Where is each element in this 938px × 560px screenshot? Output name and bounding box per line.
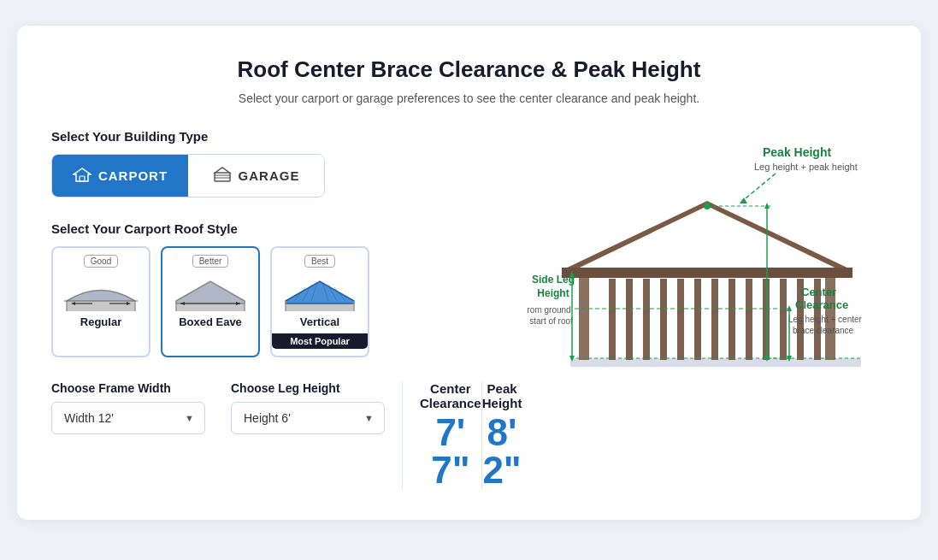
svg-text:Leg height + center: Leg height + center — [788, 315, 863, 324]
svg-text:brace clearance: brace clearance — [793, 326, 854, 335]
center-clearance-box: Center Clearance 7' 7" — [420, 381, 481, 489]
roof-style-label: Select Your Carport Roof Style — [51, 221, 502, 236]
svg-rect-42 — [780, 279, 787, 360]
leg-height-wrapper: Height 6' Height 7' Height 8' Height 9' … — [231, 402, 385, 434]
svg-marker-20 — [286, 281, 354, 304]
svg-rect-37 — [694, 279, 701, 360]
boxed-eave-roof-img — [172, 271, 249, 315]
boxed-eave-badge: Better — [192, 255, 229, 268]
carport-label: CARPORT — [98, 168, 168, 183]
svg-rect-34 — [643, 279, 650, 360]
svg-rect-50 — [562, 268, 852, 278]
carport-button[interactable]: CARPORT — [52, 155, 188, 197]
svg-rect-33 — [626, 279, 633, 360]
svg-rect-4 — [67, 301, 135, 311]
roof-card-boxed-eave[interactable]: Better Boxed Eave — [161, 246, 260, 357]
svg-rect-0 — [80, 176, 85, 181]
svg-text:Center: Center — [801, 286, 836, 298]
frame-width-wrapper: Width 12' Width 14' Width 18' Width 20' … — [51, 402, 205, 434]
page-subtitle: Select your carport or garage preference… — [51, 91, 887, 105]
main-container: Roof Center Brace Clearance & Peak Heigh… — [17, 26, 921, 520]
center-clearance-value: 7' 7" — [420, 414, 481, 489]
main-row: Select Your Building Type CARPORT — [51, 129, 887, 489]
svg-rect-40 — [746, 279, 752, 360]
popular-badge: Most Popular — [272, 333, 368, 349]
vertical-label: Vertical — [272, 315, 368, 328]
svg-marker-47 — [562, 201, 852, 276]
roof-card-regular[interactable]: Good Regular — [51, 246, 150, 357]
right-panel: Peak Height Leg height + peak height Sid… — [528, 129, 887, 415]
garage-label: GARAGE — [239, 168, 300, 183]
svg-text:Clearance: Clearance — [795, 298, 848, 311]
svg-text:to start of roof: to start of roof — [528, 316, 573, 326]
building-type-toggle: CARPORT GARAGE — [51, 154, 325, 197]
frame-width-group: Choose Frame Width Width 12' Width 14' W… — [51, 381, 205, 434]
svg-rect-30 — [579, 274, 589, 360]
results-row: Center Clearance 7' 7" Peak Height 8' 2" — [402, 381, 522, 489]
regular-roof-img — [62, 271, 139, 315]
peak-height-label: Peak Height — [482, 381, 522, 410]
left-panel: Select Your Building Type CARPORT — [51, 129, 502, 489]
svg-line-54 — [741, 174, 776, 202]
svg-rect-36 — [677, 279, 684, 360]
diagram-svg: Peak Height Leg height + peak height Sid… — [528, 129, 887, 411]
roof-style-row: Good Regular — [51, 246, 502, 357]
leg-height-label: Choose Leg Height — [231, 381, 385, 395]
frame-width-select[interactable]: Width 12' Width 14' Width 18' Width 20' … — [51, 402, 205, 434]
vertical-badge: Best — [304, 255, 335, 268]
svg-text:Leg height + peak height: Leg height + peak height — [754, 162, 858, 172]
dropdowns-row: Choose Frame Width Width 12' Width 14' W… — [51, 381, 385, 434]
garage-button[interactable]: GARAGE — [188, 155, 324, 197]
svg-rect-35 — [660, 279, 667, 360]
svg-rect-32 — [609, 279, 616, 360]
svg-rect-1 — [215, 173, 230, 181]
carport-icon — [73, 167, 91, 185]
garage-icon — [213, 167, 232, 185]
svg-rect-39 — [729, 279, 735, 360]
peak-height-box: Peak Height 8' 2" — [481, 381, 522, 489]
vertical-roof-img — [281, 271, 358, 315]
center-clearance-label: Center Clearance — [420, 381, 481, 410]
svg-marker-13 — [176, 281, 245, 304]
frame-width-label: Choose Frame Width — [51, 381, 205, 395]
svg-rect-38 — [711, 279, 718, 360]
leg-height-select[interactable]: Height 6' Height 7' Height 8' Height 9' … — [231, 402, 385, 434]
page-title: Roof Center Brace Clearance & Peak Heigh… — [51, 56, 887, 83]
boxed-eave-label: Boxed Eave — [162, 315, 258, 328]
svg-text:From ground: From ground — [528, 305, 571, 315]
leg-height-group: Choose Leg Height Height 6' Height 7' He… — [231, 381, 385, 434]
svg-text:Peak Height: Peak Height — [763, 145, 831, 159]
svg-text:Height: Height — [537, 287, 569, 299]
regular-badge: Good — [84, 255, 118, 268]
regular-label: Regular — [53, 315, 149, 328]
roof-card-vertical[interactable]: Best Vertical M — [270, 246, 369, 357]
svg-rect-41 — [763, 279, 770, 360]
building-type-label: Select Your Building Type — [51, 129, 502, 144]
peak-height-value: 8' 2" — [482, 414, 522, 489]
svg-text:Side Leg: Side Leg — [532, 274, 575, 286]
